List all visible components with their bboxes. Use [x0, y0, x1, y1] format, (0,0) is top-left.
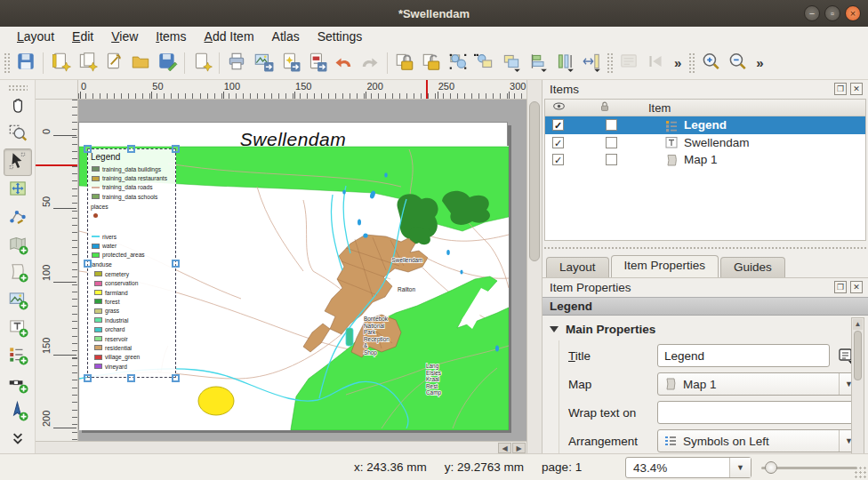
tab-item-properties[interactable]: Item Properties [611, 255, 719, 277]
toolbar-overflow-button[interactable]: » [751, 55, 768, 70]
export-image-button[interactable] [250, 50, 277, 76]
menu-layout[interactable]: Layout [9, 28, 62, 45]
selection-handle[interactable] [84, 145, 92, 153]
raise-items-button[interactable] [498, 50, 525, 76]
duplicate-layout-button[interactable] [74, 50, 100, 76]
scroll-right-arrow-icon[interactable]: ▶ [512, 443, 526, 453]
cursor-position-marker [426, 80, 428, 100]
panel-splitter-handle[interactable] [542, 244, 868, 252]
align-items-button[interactable] [525, 50, 551, 76]
layout-canvas[interactable]: Swellendam [78, 100, 526, 441]
zoom-level-combobox[interactable]: 43.4% ▼ [625, 457, 751, 478]
menu-items[interactable]: Items [148, 28, 194, 45]
items-row-swellendam[interactable]: ✓Swellendam [545, 134, 865, 152]
menu-view[interactable]: View [103, 28, 146, 45]
scrollbar-thumb[interactable] [854, 331, 862, 380]
map-combobox[interactable]: Map 1 ▼ [657, 372, 859, 396]
add-legend-tool[interactable] [4, 342, 32, 370]
resize-items-button[interactable] [578, 50, 605, 76]
visibility-checkbox[interactable]: ✓ [552, 137, 564, 148]
window-resize-grip[interactable] [854, 466, 866, 478]
tab-guides[interactable]: Guides [720, 257, 785, 277]
menu-add-item[interactable]: Add Item [197, 28, 262, 45]
add-label-tool[interactable] [4, 315, 32, 342]
group-items-button[interactable] [445, 50, 471, 76]
selection-handle[interactable] [127, 374, 135, 382]
menu-atlas[interactable]: Atlas [264, 28, 308, 45]
close-button[interactable]: × [845, 5, 861, 21]
maximize-button[interactable]: ▫ [824, 5, 840, 21]
zoom-out-button[interactable] [724, 50, 751, 76]
tab-layout[interactable]: Layout [546, 257, 609, 277]
redo-button[interactable] [357, 50, 383, 76]
canvas-horizontal-scrollbar[interactable]: ◀ ▶ [36, 441, 526, 453]
close-panel-icon[interactable]: ✕ [850, 281, 863, 293]
new-layout-button[interactable] [47, 50, 74, 76]
save-layout-button[interactable] [12, 50, 39, 76]
lock-items-button[interactable] [391, 50, 418, 76]
add-3d-map-tool[interactable] [4, 260, 32, 287]
lock-checkbox[interactable] [606, 119, 617, 131]
minimize-button[interactable]: − [804, 5, 820, 21]
more-tools-tool[interactable] [4, 426, 32, 453]
collapse-triangle-icon[interactable] [550, 326, 559, 332]
close-panel-icon[interactable]: ✕ [850, 83, 863, 95]
lock-checkbox[interactable] [606, 154, 617, 165]
zoom-in-button[interactable] [697, 50, 724, 76]
zoom-tool[interactable] [4, 121, 32, 148]
selection-handle[interactable] [84, 260, 92, 268]
wrap-text-input[interactable] [657, 401, 859, 424]
zoom-slider[interactable] [761, 467, 857, 469]
undo-button[interactable] [330, 50, 357, 76]
selection-handle[interactable] [172, 260, 180, 268]
add-picture-tool[interactable] [4, 287, 32, 315]
distribute-items-button[interactable] [551, 50, 578, 76]
add-scalebar-tool[interactable] [4, 370, 32, 397]
add-map-tool[interactable] [4, 232, 32, 260]
scroll-up-arrow-icon[interactable]: ▲ [853, 319, 863, 330]
print-button[interactable] [223, 50, 250, 76]
visibility-checkbox[interactable]: ✓ [552, 119, 564, 131]
legend-entry: rivers [91, 232, 175, 241]
menu-settings[interactable]: Settings [309, 28, 371, 45]
add-north-arrow-tool[interactable] [4, 398, 32, 426]
arrangement-combobox[interactable]: Symbols on Left ▼ [657, 429, 859, 452]
layout-manager-button[interactable] [100, 50, 127, 76]
main-properties-section[interactable]: Main Properties [550, 323, 655, 336]
pan-tool[interactable] [4, 93, 32, 121]
select-move-item-tool[interactable] [4, 148, 32, 176]
add-items-from-template-button[interactable] [189, 50, 215, 76]
items-row-legend[interactable]: ✓Legend [545, 116, 865, 134]
scroll-left-arrow-icon[interactable]: ◀ [498, 443, 511, 453]
chevron-down-icon[interactable]: ▼ [729, 458, 751, 477]
selection-handle[interactable] [172, 145, 180, 153]
atlas-first-button[interactable] [642, 50, 669, 76]
ungroup-items-button[interactable] [471, 50, 498, 76]
canvas-vertical-scrollbar[interactable] [526, 80, 542, 453]
items-row-map-1[interactable]: ✓Map 1 [545, 151, 865, 169]
export-pdf-button[interactable] [303, 50, 330, 76]
export-svg-button[interactable] [277, 50, 303, 76]
lock-checkbox[interactable] [606, 137, 617, 148]
legend-item[interactable]: Legend training_data buildingstraining_d… [87, 148, 176, 378]
zoom-slider-handle[interactable] [765, 461, 777, 474]
title-input[interactable] [657, 344, 830, 367]
legend-symbol-swatch [94, 308, 102, 314]
refresh-view-button[interactable] [615, 50, 642, 76]
unlock-items-button[interactable] [418, 50, 445, 76]
selection-handle[interactable] [127, 145, 135, 153]
toolbar-overflow-button[interactable]: » [669, 55, 687, 70]
save-as-template-button[interactable] [154, 50, 181, 76]
selection-handle[interactable] [172, 374, 180, 382]
legend-symbol-swatch [92, 166, 100, 172]
menu-edit[interactable]: Edit [64, 28, 101, 45]
float-panel-icon[interactable]: ❐ [834, 281, 847, 293]
float-panel-icon[interactable]: ❐ [834, 83, 847, 95]
open-layout-button[interactable] [127, 50, 154, 76]
layout-page[interactable]: Swellendam [78, 122, 508, 429]
selection-handle[interactable] [84, 374, 92, 382]
edit-nodes-tool[interactable] [4, 204, 32, 232]
visibility-checkbox[interactable]: ✓ [552, 154, 564, 165]
move-item-content-tool[interactable] [4, 176, 32, 204]
scrollbar-thumb[interactable] [529, 101, 540, 261]
